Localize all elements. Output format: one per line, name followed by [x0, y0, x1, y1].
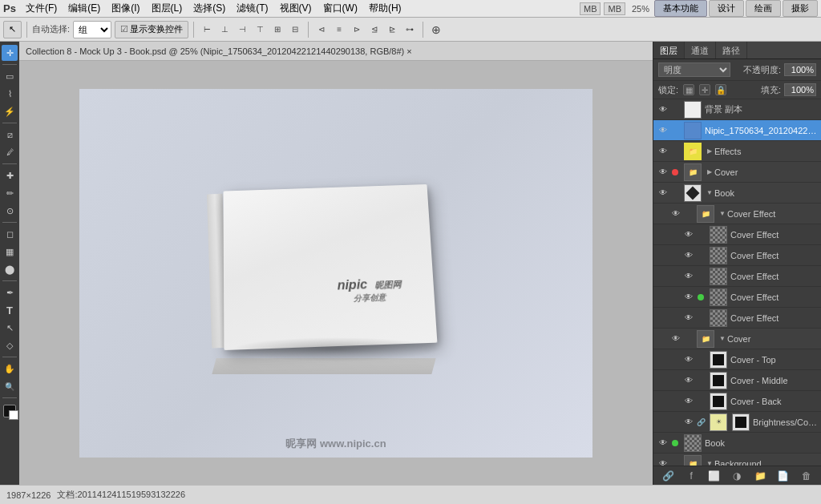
menu-layer[interactable]: 图层(L) [147, 0, 188, 17]
layers-group-btn[interactable]: 📁 [753, 469, 767, 483]
zoom-tool[interactable]: 🔍 [2, 378, 18, 394]
cover-sub-expand[interactable]: ▼ [718, 334, 727, 344]
layer-item-ce3[interactable]: 👁 Cover Effect [653, 266, 821, 287]
text-tool[interactable]: T [2, 302, 18, 318]
image-mode2-btn[interactable]: MB [604, 2, 625, 15]
lasso-tool[interactable]: ⌇ [2, 86, 18, 102]
top-nav-paint[interactable]: 绘画 [746, 0, 781, 17]
layer-item-cover-middle[interactable]: 👁 Cover - Middle [653, 370, 821, 391]
gradient-tool[interactable]: ▦ [2, 244, 18, 260]
quick-select-tool[interactable]: ⚡ [2, 103, 18, 119]
layer-item-effects[interactable]: 👁 📁 ▶ Effects [653, 141, 821, 162]
layer-item-brightness[interactable]: 👁 🔗 ☀ Brightness/Con... [653, 412, 821, 433]
dodge-tool[interactable]: ⬤ [2, 261, 18, 277]
lock-position-icon[interactable]: ✛ [699, 84, 710, 95]
layer-item-cover-top[interactable]: 👁 Cover - Top [653, 349, 821, 370]
pen-tool[interactable]: ✒ [2, 284, 18, 300]
show-transform-checkbox[interactable]: ☑ 显示变换控件 [115, 21, 188, 38]
layer-item-nipic[interactable]: 👁 Nipic_1750634_2012042212... [653, 120, 821, 141]
dist-top-icon[interactable]: ⊴ [366, 22, 382, 38]
menu-help[interactable]: 帮助(H) [364, 0, 406, 17]
align-center-h-icon[interactable]: ⊥ [216, 22, 233, 38]
tab-layers[interactable]: 图层 [653, 42, 685, 58]
top-nav-photo[interactable]: 摄影 [783, 0, 818, 17]
menu-window[interactable]: 窗口(W) [318, 0, 362, 17]
shape-tool[interactable]: ◇ [2, 337, 18, 353]
align-bottom-icon[interactable]: ⊟ [287, 22, 303, 38]
lock-all-icon[interactable]: 🔒 [715, 84, 726, 95]
layers-mask-btn[interactable]: ⬜ [707, 469, 722, 483]
layer-eye-nipic[interactable]: 👁 [657, 124, 669, 137]
layer-eye-ce2[interactable]: 👁 [682, 249, 695, 262]
auto-select-dropdown[interactable]: 组 图层 [73, 21, 111, 38]
top-nav-design[interactable]: 设计 [709, 0, 744, 17]
layer-eye-ce4[interactable]: 👁 [682, 291, 695, 304]
dist-center-v-icon[interactable]: ⊵ [384, 22, 400, 38]
top-nav-basic[interactable]: 基本功能 [654, 0, 707, 17]
layer-eye-background-group[interactable]: 👁 [657, 458, 669, 466]
layer-item-cover-sub[interactable]: 👁 📁 ▼ Cover [653, 329, 821, 349]
align-center-v-icon[interactable]: ⊞ [269, 22, 285, 38]
layer-item-ce1[interactable]: 👁 Cover Effect [653, 224, 821, 245]
layer-eye-book-group[interactable]: 👁 [657, 187, 669, 200]
background-group-expand[interactable]: ▼ [705, 459, 714, 466]
heal-tool[interactable]: ✚ [2, 167, 18, 183]
canvas-tab[interactable]: Collection 8 - Mock Up 3 - Book.psd @ 25… [19, 42, 653, 61]
layer-eye-brightness[interactable]: 👁 [682, 416, 695, 429]
layer-item-cover-back[interactable]: 👁 Cover - Back [653, 391, 821, 412]
align-top-icon[interactable]: ⊤ [252, 22, 268, 38]
layer-eye-cover-back[interactable]: 👁 [682, 395, 695, 408]
layers-adjustment-btn[interactable]: ◑ [730, 469, 744, 483]
effects-expand[interactable]: ▶ [705, 147, 714, 156]
layer-item-background-group[interactable]: 👁 📁 ▼ Background [653, 454, 821, 466]
book-group-expand[interactable]: ▼ [705, 188, 714, 198]
opacity-input[interactable] [784, 63, 816, 76]
layer-item-book-layer[interactable]: 👁 Book [653, 433, 821, 454]
menu-view[interactable]: 视图(V) [275, 0, 317, 17]
align-right-icon[interactable]: ⊣ [234, 22, 250, 38]
menu-file[interactable]: 文件(F) [21, 0, 62, 17]
layers-delete-btn[interactable]: 🗑 [799, 469, 814, 483]
layer-item-cover-effect-group[interactable]: 👁 📁 ▼ Cover Effect [653, 204, 821, 224]
layer-item-ce4[interactable]: 👁 Cover Effect [653, 287, 821, 308]
dist-bottom-icon[interactable]: ⊶ [402, 22, 418, 38]
layer-item-bg-copy[interactable]: 👁 背景 副本 [653, 99, 821, 120]
menu-edit[interactable]: 编辑(E) [63, 0, 105, 17]
layer-eye-ce1[interactable]: 👁 [682, 228, 695, 241]
layer-eye-bg-copy[interactable]: 👁 [657, 103, 669, 116]
layer-eye-cover-effect-group[interactable]: 👁 [669, 208, 682, 220]
dist-center-h-icon[interactable]: ≡ [331, 22, 347, 38]
eraser-tool[interactable]: ◻ [2, 226, 18, 242]
auto-align-icon[interactable]: ⊕ [428, 22, 444, 38]
layer-eye-cover-sub[interactable]: 👁 [669, 333, 682, 345]
tool-options-arrow[interactable]: ↖ [3, 21, 22, 38]
clone-tool[interactable]: ⊙ [2, 203, 18, 219]
layer-item-ce2[interactable]: 👁 Cover Effect [653, 245, 821, 266]
dist-left-icon[interactable]: ⊲ [313, 22, 330, 38]
rect-select-tool[interactable]: ▭ [2, 68, 18, 84]
foreground-color[interactable] [3, 405, 16, 417]
tab-paths[interactable]: 路径 [716, 42, 747, 58]
layer-eye-cover-middle[interactable]: 👁 [682, 374, 695, 387]
layers-new-btn[interactable]: 📄 [776, 469, 791, 483]
dist-right-icon[interactable]: ⊳ [349, 22, 365, 38]
menu-image[interactable]: 图像(I) [107, 0, 144, 17]
layer-eye-book-layer[interactable]: 👁 [657, 437, 669, 450]
layer-eye-cover-group[interactable]: 👁 [657, 166, 669, 179]
fill-input[interactable] [784, 83, 816, 96]
menu-filter[interactable]: 滤镜(T) [232, 0, 273, 17]
layer-item-cover-group[interactable]: 👁 📁 ▶ Cover [653, 162, 821, 183]
brush-tool[interactable]: ✏ [2, 185, 18, 201]
layer-item-ce5[interactable]: 👁 Cover Effect [653, 308, 821, 329]
cover-group-expand[interactable]: ▶ [705, 167, 714, 177]
tab-channels[interactable]: 通道 [685, 42, 716, 58]
layer-eye-effects[interactable]: 👁 [657, 145, 669, 158]
cover-effect-group-expand[interactable]: ▼ [718, 209, 727, 219]
layers-style-btn[interactable]: f [684, 469, 698, 483]
align-left-icon[interactable]: ⊢ [199, 22, 215, 38]
image-mode-btn[interactable]: MB [580, 2, 601, 15]
layer-eye-ce5[interactable]: 👁 [682, 312, 695, 325]
crop-tool[interactable]: ⧄ [2, 127, 18, 143]
layer-eye-cover-top[interactable]: 👁 [682, 353, 695, 366]
layer-chain-brightness[interactable]: 🔗 [695, 418, 706, 426]
